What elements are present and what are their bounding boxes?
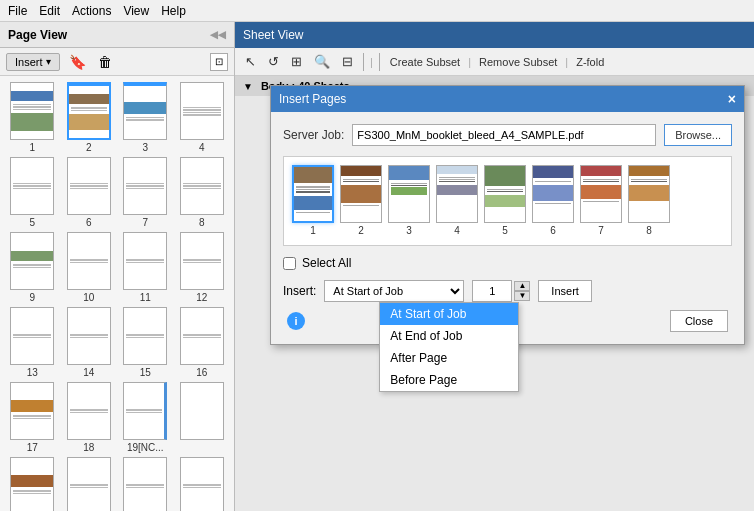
dialog-thumb-7[interactable]: 7 [580,165,622,236]
list-item[interactable]: 10 [63,232,116,303]
dialog-thumbnails: 1 2 3 [283,156,732,246]
page-frame-toggle[interactable]: ⊡ [210,53,228,71]
insert-dropdown-arrow: ▾ [46,56,51,67]
remove-subset-btn[interactable]: Remove Subset [475,55,561,69]
dialog-thumb-1[interactable]: 1 [292,165,334,236]
list-item[interactable]: 11 [119,232,172,303]
list-item[interactable]: 4 [176,82,229,153]
list-item[interactable]: 13 [6,307,59,378]
left-panel-toolbar: Insert ▾ 🔖 🗑 ⊡ [0,48,234,76]
insert-label: Insert: [283,284,316,298]
cursor-tool-btn[interactable]: ↖ [241,53,260,70]
dialog-thumb-2[interactable]: 2 [340,165,382,236]
insert-row: Insert: At Start of Job At End of Job Af… [283,280,732,302]
browse-button[interactable]: Browse... [664,124,732,146]
server-job-label: Server Job: [283,128,344,142]
list-item[interactable]: 1 [6,82,59,153]
list-item[interactable]: 6 [63,157,116,228]
insert-pages-dialog: Insert Pages × Server Job: Browse... 1 [270,85,745,345]
list-item[interactable]: 18 [63,382,116,453]
list-item[interactable]: 23 [176,457,229,511]
bookmark-button[interactable]: 🔖 [66,53,89,71]
list-item[interactable]: 3 [119,82,172,153]
separator-bar: | [370,56,373,68]
page-view-title: Page View [8,28,67,42]
list-item[interactable]: 16 [176,307,229,378]
toolbar-sep-icon2: | [565,56,568,68]
select-all-checkbox[interactable] [283,257,296,270]
zoom-tool-btn[interactable]: 🔍 [310,53,334,70]
right-toolbar: ↖ ↺ ⊞ 🔍 ⊟ | Create Subset | Remove Subse… [235,48,754,76]
sheet-view-title: Sheet View [243,28,304,42]
insert-button[interactable]: Insert ▾ [6,53,60,71]
select-all-row: Select All [283,256,732,270]
number-spinner: ▲ ▼ [514,281,530,301]
list-item[interactable]: 20 [6,457,59,511]
collapse-arrow[interactable]: ▼ [243,81,253,92]
dialog-thumb-4[interactable]: 4 [436,165,478,236]
close-dialog-button[interactable]: Close [670,310,728,332]
list-item[interactable]: 14 [63,307,116,378]
info-icon: i [287,312,305,330]
list-item[interactable]: 21 [63,457,116,511]
page-grid: 1 2 3 4 5 6 [0,76,234,511]
dialog-thumb-3[interactable]: 3 [388,165,430,236]
menu-view[interactable]: View [123,4,149,18]
left-panel-header: Page View ◀◀ [0,22,234,48]
left-panel: Page View ◀◀ Insert ▾ 🔖 🗑 ⊡ 1 2 [0,22,235,511]
dialog-thumb-8[interactable]: 8 [628,165,670,236]
dropdown-item-start[interactable]: At Start of Job [380,303,518,325]
list-item[interactable]: 2 [63,82,116,153]
dialog-title: Insert Pages [279,92,346,106]
list-item[interactable]: 5 [6,157,59,228]
spinner-down[interactable]: ▼ [514,291,530,301]
insert-number-input[interactable]: 1 [472,280,512,302]
list-item[interactable]: 15 [119,307,172,378]
toolbar-separator-2 [379,53,380,71]
server-job-row: Server Job: Browse... [283,124,732,146]
trash-button[interactable]: 🗑 [95,53,115,71]
collapse-left-btn[interactable]: ◀◀ [210,29,226,40]
pages-tool-btn[interactable]: ⊞ [287,53,306,70]
right-panel-header: Sheet View [235,22,754,48]
dropdown-item-before[interactable]: Before Page [380,369,518,391]
list-item[interactable]: 12 [176,232,229,303]
menu-actions[interactable]: Actions [72,4,111,18]
list-item[interactable]: 9 [6,232,59,303]
list-item[interactable]: 7 [119,157,172,228]
insert-select-wrapper: At Start of Job At End of Job After Page… [324,280,464,302]
list-item[interactable] [176,382,229,453]
list-item[interactable]: 19[NC... [119,382,172,453]
dropdown-item-end[interactable]: At End of Job [380,325,518,347]
menu-file[interactable]: File [8,4,27,18]
list-item[interactable]: 8 [176,157,229,228]
list-item[interactable]: 22 [119,457,172,511]
insert-position-select[interactable]: At Start of Job At End of Job After Page… [324,280,464,302]
select-all-label[interactable]: Select All [302,256,351,270]
toolbar-separator-1 [363,53,364,71]
menu-help[interactable]: Help [161,4,186,18]
toolbar-sep-icon: | [468,56,471,68]
list-item[interactable]: 17 [6,382,59,453]
rotate-tool-btn[interactable]: ↺ [264,53,283,70]
dialog-body: Server Job: Browse... 1 [271,112,744,344]
insert-action-button[interactable]: Insert [538,280,592,302]
dialog-thumb-5[interactable]: 5 [484,165,526,236]
scan-tool-btn[interactable]: ⊟ [338,53,357,70]
menu-edit[interactable]: Edit [39,4,60,18]
server-job-input[interactable] [352,124,656,146]
create-subset-btn[interactable]: Create Subset [386,55,464,69]
menu-bar: File Edit Actions View Help [0,0,754,22]
dropdown-item-after[interactable]: After Page [380,347,518,369]
dialog-titlebar: Insert Pages × [271,86,744,112]
dialog-thumb-6[interactable]: 6 [532,165,574,236]
zfold-btn[interactable]: Z-fold [572,55,608,69]
spinner-up[interactable]: ▲ [514,281,530,291]
insert-dropdown-menu: At Start of Job At End of Job After Page… [379,302,519,392]
dialog-close-button[interactable]: × [728,91,736,107]
